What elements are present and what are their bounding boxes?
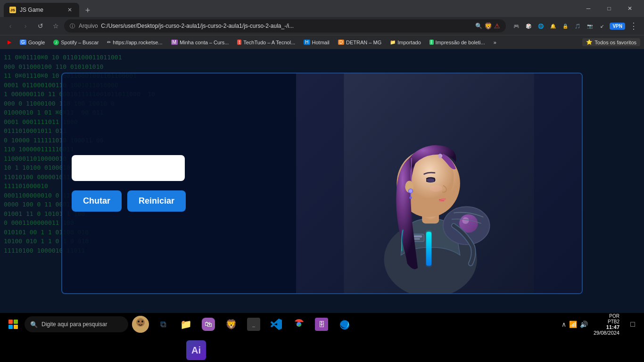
file-explorer-icon: 📁	[179, 318, 192, 331]
taskview-button[interactable]: ⧉	[153, 314, 173, 335]
ext-icon-3[interactable]: 🌐	[536, 21, 545, 31]
svg-point-13	[408, 189, 413, 193]
game-ui: Chutar Reiniciar	[72, 155, 186, 212]
chrome-button[interactable]	[289, 314, 309, 335]
terminal-button[interactable]: _	[243, 314, 264, 335]
bookmark-item-hotmail[interactable]: H Hotmail	[300, 39, 333, 46]
address-bar[interactable]: ⓘ Arquivo C:/Users/user/Desktop/js-curso…	[64, 19, 506, 33]
notification-button[interactable]: □	[625, 315, 640, 334]
dbeaver-icon: 🗄	[315, 318, 328, 331]
taskbar: 🔍 Digite aqui para pesquisar ⧉ 📁 🛍 🦁 _	[0, 313, 644, 336]
bookmarks-bar: ▶ G Google ♪ Spotify – Buscar ✏ https://…	[0, 35, 644, 49]
ai-icon[interactable]: Ai	[186, 340, 206, 360]
active-tab[interactable]: JS JS Game ✕	[4, 3, 79, 17]
language-indicator: POR	[609, 313, 619, 319]
favorites-folder-button[interactable]: ⭐ Todos os favoritos	[582, 38, 640, 46]
taskview-icon: ⧉	[157, 318, 170, 331]
address-text: Arquivo C:/Users/user/Desktop/js-curso-2…	[79, 23, 294, 29]
system-clock[interactable]: POR PTB2 11:47 29/08/2024	[592, 313, 621, 337]
warning-icon: ⚠	[494, 22, 500, 30]
back-button[interactable]: ‹	[4, 19, 17, 33]
search-icon: 🔍	[30, 321, 38, 328]
speaker-icon[interactable]: 🔊	[580, 321, 588, 328]
close-button[interactable]: ✕	[619, 0, 640, 17]
ext-icon-7[interactable]: 📷	[585, 21, 594, 31]
window-controls: ─ □ ✕	[578, 0, 640, 17]
restart-button[interactable]: Reiniciar	[127, 190, 186, 212]
vscode-icon	[270, 318, 283, 331]
dbeaver-button[interactable]: 🗄	[311, 314, 332, 335]
forward-button[interactable]: ›	[19, 19, 32, 33]
new-tab-button[interactable]: +	[81, 4, 94, 17]
system-tray: ∧ 📶 🔊	[561, 321, 588, 328]
character-area	[296, 74, 582, 293]
ext-icon-2[interactable]: 🎲	[524, 21, 533, 31]
svg-point-11	[438, 154, 442, 158]
bookmark-item-google[interactable]: G Google	[16, 39, 49, 46]
bookmark-item-detran[interactable]: D DETRAN – MG	[334, 39, 385, 46]
mascot-image	[132, 316, 149, 333]
app-store-icon: 🛍	[202, 318, 215, 331]
app-store-button[interactable]: 🛍	[198, 314, 219, 335]
svg-point-16	[429, 185, 442, 192]
minimize-button[interactable]: ─	[578, 0, 599, 17]
bookmark-item-techtudo[interactable]: t TechTudo – A Tecnol...	[233, 39, 299, 46]
keyboard-layout: PTB2	[608, 319, 619, 324]
browser-chrome: JS JS Game ✕ + ─ □ ✕ ‹ ›	[0, 0, 644, 49]
svg-point-15	[409, 197, 412, 199]
edge-button[interactable]	[334, 314, 355, 335]
brave-button[interactable]: 🦁	[221, 314, 241, 335]
svg-point-4	[462, 217, 469, 224]
score-display	[72, 155, 185, 181]
nav-bar: ‹ › ↺ ☆ ⓘ Arquivo C:/Users/user/Desktop/…	[0, 17, 644, 35]
bookmark-item-importado[interactable]: 📁 Importado	[386, 39, 425, 46]
taskbar-mascot[interactable]	[130, 314, 151, 335]
ext-icon-6[interactable]: 🎵	[573, 21, 582, 31]
taskbar-right: ∧ 📶 🔊 POR PTB2 11:47 29/08/2024 □	[561, 313, 640, 337]
ext-icon-4[interactable]: 🔔	[548, 21, 558, 31]
search-placeholder-text: Digite aqui para pesquisar	[41, 321, 107, 328]
buttons-row: Chutar Reiniciar	[72, 190, 186, 212]
bookmark-item-youtube[interactable]: ▶	[4, 38, 15, 46]
bookmark-button[interactable]: ☆	[49, 19, 62, 33]
ext-icon-1[interactable]: 🎮	[512, 21, 521, 31]
svg-point-20	[141, 321, 143, 322]
protocol-icon: ⓘ	[70, 23, 75, 30]
tab-title: JS Game	[20, 7, 62, 13]
svg-rect-8	[413, 239, 420, 240]
edge-icon	[338, 318, 351, 331]
more-bookmarks-button[interactable]: »	[490, 39, 500, 46]
bookmark-item-minha-conta[interactable]: M Minha conta – Curs...	[167, 39, 233, 46]
refresh-button[interactable]: ↺	[34, 19, 47, 33]
chrome-icon	[292, 318, 305, 331]
start-button[interactable]	[4, 315, 23, 334]
svg-rect-7	[413, 235, 422, 237]
extension-icons: 🎮 🎲 🌐 🔔 🔒 🎵 📷 ↙ VPN	[512, 21, 625, 31]
bookmark-item-rocketseat[interactable]: ✏ https://app.rocketse...	[103, 39, 166, 46]
character-svg	[296, 74, 582, 293]
network-hidden-icon[interactable]: ∧	[561, 321, 566, 328]
taskbar-search-bar[interactable]: 🔍 Digite aqui para pesquisar	[25, 316, 128, 332]
tab-favicon: JS	[9, 7, 16, 13]
brave-shield-icon: 🦁	[484, 22, 492, 30]
svg-rect-5	[426, 232, 431, 266]
game-container: 11 0⌘01110⌘0 10 011010001101100001 000 0…	[61, 73, 583, 294]
menu-button[interactable]: ⋮	[627, 19, 640, 33]
brave-icon: 🦁	[224, 318, 238, 331]
tab-area: JS JS Game ✕ +	[4, 0, 574, 17]
file-explorer-button[interactable]: 📁	[175, 314, 196, 335]
throw-button[interactable]: Chutar	[72, 190, 122, 212]
vscode-button[interactable]	[266, 314, 287, 335]
wifi-icon[interactable]: 📶	[569, 321, 577, 328]
page-content: 11 0⌘01110⌘0 10 0110100011011001 000 011…	[0, 49, 644, 313]
ext-icon-8[interactable]: ↙	[597, 21, 607, 31]
maximize-button[interactable]: □	[599, 0, 619, 17]
tab-close-button[interactable]: ✕	[66, 6, 74, 14]
bookmark-item-spotify[interactable]: ♪ Spotify – Buscar	[50, 39, 102, 46]
vpn-badge[interactable]: VPN	[610, 23, 625, 30]
search-lens-icon[interactable]: 🔍	[475, 23, 482, 29]
windows-logo-icon	[8, 320, 18, 329]
bookmark-item-impressao[interactable]: I Impressão de boleti...	[426, 39, 489, 46]
title-bar: JS JS Game ✕ + ─ □ ✕	[0, 0, 644, 17]
ext-icon-5[interactable]: 🔒	[561, 21, 570, 31]
